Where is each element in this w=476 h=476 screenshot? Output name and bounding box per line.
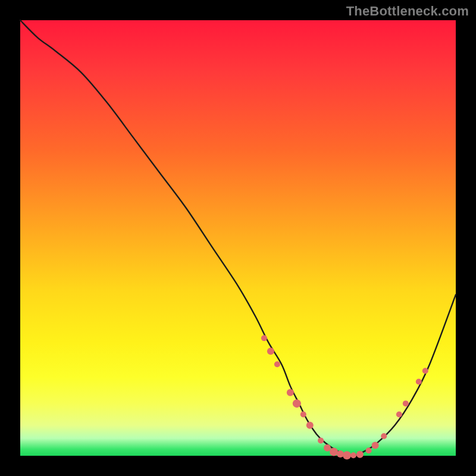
curve-marker [337, 450, 344, 458]
curve-marker [287, 389, 294, 396]
curve-marker [381, 433, 387, 439]
curve-marker [293, 399, 301, 408]
curve-marker [372, 441, 379, 449]
curve-marker [274, 361, 280, 367]
curve-marker [300, 411, 306, 417]
curve-marker [356, 451, 364, 458]
curve-marker [350, 452, 356, 458]
curve-svg [20, 20, 456, 456]
curve-marker [330, 447, 338, 456]
curve-marker [396, 411, 402, 417]
curve-marker [324, 444, 331, 452]
marker-group [261, 335, 428, 459]
bottleneck-curve [20, 20, 456, 456]
chart-frame: TheBottleneck.com [0, 0, 476, 476]
plot-area [20, 20, 456, 456]
curve-marker [306, 422, 314, 429]
curve-marker [403, 400, 409, 406]
curve-marker [318, 437, 324, 443]
curve-marker [267, 347, 274, 355]
curve-marker [422, 368, 428, 374]
curve-marker [343, 451, 351, 459]
curve-marker [416, 379, 422, 385]
watermark-label: TheBottleneck.com [346, 4, 469, 19]
curve-marker [366, 447, 372, 453]
curve-marker [261, 335, 267, 341]
